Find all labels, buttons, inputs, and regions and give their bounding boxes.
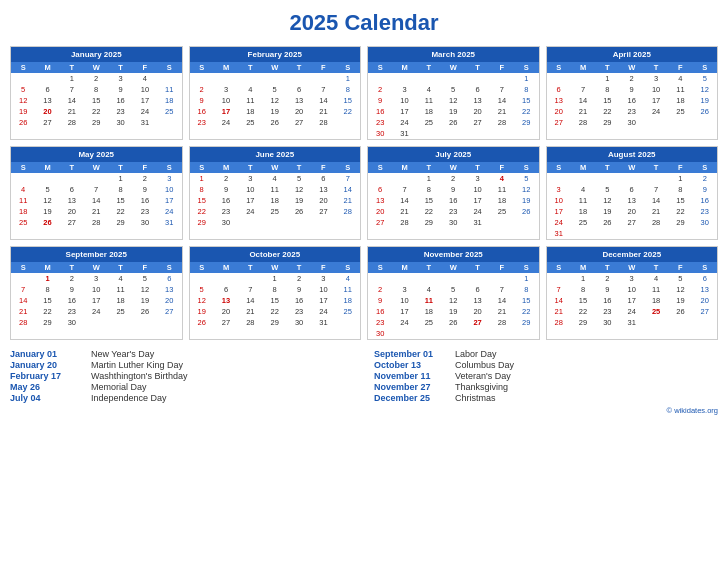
cal-cell: 22 [108,206,132,217]
cal-cell: 15 [571,295,595,306]
cal-cell [417,128,441,139]
month-header: October 2025 [190,247,361,262]
cal-cell: 25 [417,317,441,328]
cal-cell: 20 [157,295,181,306]
cal-cell: 17 [214,106,238,117]
cal-cell [693,317,717,328]
month-11: November 2025SMTWTFS12345678910111213141… [367,246,540,340]
cal-cell [644,228,668,239]
cal-cell: 26 [133,306,157,317]
cal-cell [465,128,489,139]
cal-cell [263,73,287,84]
cal-cell: 29 [84,117,108,128]
cal-cell: 3 [311,273,335,284]
month-header: December 2025 [547,247,718,262]
cal-cell: 25 [336,306,360,317]
cal-cell [60,173,84,184]
cal-cell: 8 [263,284,287,295]
cal-cell [571,228,595,239]
cal-cell [11,73,35,84]
cal-cell: 23 [287,306,311,317]
cal-cell: 4 [417,84,441,95]
cal-cell: 6 [157,273,181,284]
cal-cell: 6 [287,84,311,95]
cal-cell: 7 [392,184,416,195]
month-9: September 2025SMTWTFS1234567891011121314… [10,246,183,340]
holiday-item: February 17Washthington's Birthday [10,371,354,381]
cal-cell: 22 [571,306,595,317]
cal-cell: 5 [595,184,619,195]
holiday-name: Independence Day [91,393,167,403]
holiday-item: January 20Martin Luther King Day [10,360,354,370]
holiday-name: Washthington's Birthday [91,371,187,381]
cal-cell: 14 [644,195,668,206]
cal-cell: 17 [392,306,416,317]
cal-cell: 20 [287,106,311,117]
cal-cell: 27 [693,306,717,317]
cal-cell: 8 [108,184,132,195]
cal-cell: 4 [11,184,35,195]
cal-cell: 16 [287,295,311,306]
holidays-section: January 01New Year's DayJanuary 20Martin… [10,348,718,404]
holiday-name: Columbus Day [455,360,514,370]
cal-cell: 26 [693,106,717,117]
cal-cell: 20 [547,106,571,117]
cal-cell: 5 [190,284,214,295]
cal-cell: 2 [595,273,619,284]
month-header: August 2025 [547,147,718,162]
month-5: May 2025SMTWTFS1234567891011121314151617… [10,146,183,240]
cal-cell: 18 [571,206,595,217]
cal-cell: 6 [35,84,59,95]
cal-cell: 12 [441,95,465,106]
cal-cell [668,117,692,128]
cal-cell: 19 [190,306,214,317]
cal-cell: 28 [84,217,108,228]
holidays-left: January 01New Year's DayJanuary 20Martin… [10,348,354,404]
cal-cell: 10 [238,184,262,195]
cal-cell: 22 [514,306,538,317]
cal-cell: 22 [84,106,108,117]
holiday-name: Christmas [455,393,496,403]
cal-cell: 9 [693,184,717,195]
cal-cell: 28 [547,317,571,328]
cal-cell: 28 [392,217,416,228]
cal-cell: 5 [668,273,692,284]
cal-cell: 1 [35,273,59,284]
cal-cell: 18 [336,295,360,306]
cal-cell: 4 [108,273,132,284]
cal-cell: 10 [392,295,416,306]
cal-cell: 5 [263,84,287,95]
cal-cell: 13 [547,95,571,106]
cal-cell: 1 [417,173,441,184]
cal-cell: 21 [571,106,595,117]
cal-cell: 1 [190,173,214,184]
cal-cell: 13 [311,184,335,195]
cal-cell: 26 [287,206,311,217]
cal-cell: 2 [133,173,157,184]
cal-cell: 15 [595,95,619,106]
cal-cell [287,217,311,228]
cal-cell: 26 [668,306,692,317]
month-10: October 2025SMTWTFS123456789101112131415… [189,246,362,340]
cal-cell: 19 [595,206,619,217]
cal-cell [644,317,668,328]
cal-cell: 21 [336,195,360,206]
cal-cell: 7 [84,184,108,195]
cal-cell: 18 [263,195,287,206]
cal-cell: 11 [417,295,441,306]
cal-cell: 27 [60,217,84,228]
cal-cell: 19 [263,106,287,117]
cal-cell: 22 [668,206,692,217]
cal-cell: 20 [214,306,238,317]
cal-cell: 6 [693,273,717,284]
cal-cell: 5 [441,284,465,295]
month-header: September 2025 [11,247,182,262]
holiday-name: Thanksgiving [455,382,508,392]
holiday-item: September 01Labor Day [374,349,718,359]
cal-cell: 11 [336,284,360,295]
cal-cell: 8 [571,284,595,295]
holiday-date: November 11 [374,371,449,381]
cal-cell: 28 [60,117,84,128]
cal-cell: 17 [157,195,181,206]
holiday-date: January 01 [10,349,85,359]
